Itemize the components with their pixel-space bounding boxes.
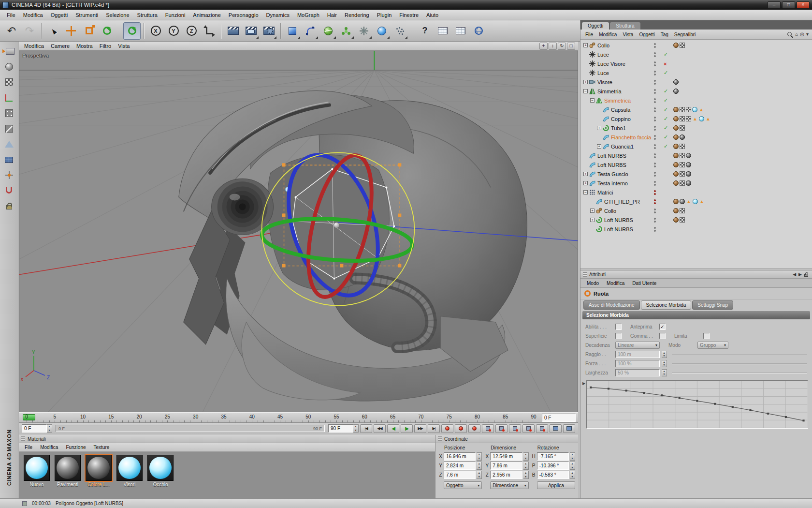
recent-tool-rotate-button[interactable] (123, 22, 141, 40)
knot-tag-icon[interactable] (673, 116, 679, 121)
tree-item-simmetrica[interactable]: −Simmetrica✓ (580, 96, 812, 105)
snap-settings-button[interactable] (1, 183, 17, 198)
add-nurbs-button[interactable] (319, 22, 337, 40)
add-array-button[interactable] (337, 22, 355, 40)
tree-item-coppino[interactable]: Coppino✓▲▲ (580, 114, 812, 123)
enabled-toggle-icon[interactable]: ✓ (664, 134, 668, 140)
online-updater-button[interactable] (470, 22, 487, 40)
expander-icon[interactable]: + (590, 218, 594, 222)
menu-animazione[interactable]: Animazione (189, 11, 224, 19)
attr-tab-modifica[interactable]: Modifica (603, 280, 628, 287)
applica-button[interactable]: Applica (537, 481, 575, 489)
sphere-dark-tag-icon[interactable] (686, 153, 691, 158)
enabled-toggle-icon[interactable]: ✓ (664, 70, 668, 76)
knot-tag-icon[interactable] (673, 180, 679, 186)
expander-icon[interactable]: + (583, 80, 588, 84)
redo-button[interactable] (21, 22, 38, 40)
timeline-range-slider[interactable]: 0 F90 F (56, 425, 325, 432)
key-parameter-button[interactable] (522, 424, 535, 433)
checker-tag-icon[interactable] (680, 125, 685, 131)
tree-item-luce[interactable]: Luce✓ (580, 68, 812, 77)
sphere-dark-tag-icon[interactable] (680, 134, 685, 140)
enabled-toggle-icon[interactable]: ✓ (664, 51, 668, 58)
sphere-dark-tag-icon[interactable] (686, 171, 691, 177)
checker-tag-icon[interactable] (680, 43, 685, 48)
visibility-dots-icon[interactable] (654, 227, 656, 232)
viewport-menu-vista[interactable]: Vista (115, 42, 133, 50)
polygons-mode-button[interactable] (1, 137, 17, 151)
warn-tag-icon[interactable]: ▲ (692, 116, 698, 121)
larghezza-stepper[interactable]: ▲▼ (662, 369, 667, 376)
warn-tag-icon[interactable]: ▲ (699, 199, 705, 204)
lock-icon[interactable] (804, 274, 808, 277)
menu-personaggio[interactable]: Personaggio (225, 11, 262, 19)
checker-tag-icon[interactable] (680, 162, 685, 167)
viewport-menu-camere[interactable]: Camere (47, 42, 73, 50)
checker-tag-icon[interactable] (680, 208, 685, 213)
visibility-dots-icon[interactable] (654, 117, 656, 121)
add-primitive-button[interactable] (284, 22, 301, 40)
raggio-field[interactable]: 100 m (615, 351, 660, 358)
attr-tab-dati-utente[interactable]: Dati Utente (629, 280, 660, 287)
expander-icon[interactable]: − (590, 98, 594, 103)
undo-button[interactable] (3, 22, 20, 40)
material-occhio[interactable]: Occhio (146, 455, 174, 487)
prev-frame-button[interactable]: ◀◀ (374, 424, 386, 433)
material-nuovo[interactable]: Nuovo (23, 455, 51, 487)
visibility-dots-icon[interactable] (654, 61, 656, 66)
decadenza-dropdown[interactable]: Lineare▾ (615, 342, 660, 349)
materials-menu-funzione[interactable]: Funzione (62, 444, 89, 451)
visibility-dots-icon[interactable] (654, 89, 656, 94)
viewport-menu-modifica[interactable]: Modifica (21, 42, 47, 50)
menu-selezione[interactable]: Selezione (102, 11, 133, 19)
om-menu-modifica[interactable]: Modifica (596, 31, 620, 38)
knot-tag-icon[interactable] (673, 162, 679, 167)
sphere-cyan-tag-icon[interactable] (693, 199, 698, 204)
pan-view-icon[interactable]: + (539, 43, 548, 50)
axis-lock-button[interactable] (1, 199, 17, 213)
goto-end-button[interactable]: ▶| (428, 424, 440, 433)
make-editable-button[interactable] (1, 44, 17, 59)
menu-strumenti[interactable]: Strumenti (72, 11, 102, 19)
key-pla-button[interactable] (536, 424, 548, 433)
target-icon[interactable]: ◎ (800, 32, 804, 37)
expander-icon[interactable]: + (590, 209, 594, 213)
add-spline-button[interactable] (302, 22, 319, 40)
limita-checkbox[interactable] (703, 333, 710, 339)
menu-modifica[interactable]: Modifica (19, 11, 47, 19)
tree-item-loft-nurbs[interactable]: Loft NURBS (580, 151, 812, 160)
timeline-ruler[interactable]: 051015202530354045505560657075808590 0 F (19, 412, 578, 423)
keyframe-selection-button[interactable] (550, 424, 562, 433)
material-colore-l[interactable]: Colore L... (85, 455, 113, 487)
menu-struttura[interactable]: Struttura (133, 11, 161, 19)
menu-aiuto[interactable]: Aiuto (422, 11, 442, 19)
modo-dropdown[interactable]: Gruppo▾ (697, 342, 728, 349)
close-button[interactable]: × (797, 1, 810, 9)
tree-item-visore[interactable]: +Visore (580, 77, 812, 87)
visibility-dots-icon[interactable] (654, 98, 656, 103)
expander-icon[interactable]: + (583, 181, 588, 185)
knot-tag-icon[interactable] (673, 208, 679, 213)
om-menu-tag[interactable]: Tag (658, 31, 671, 38)
warn-tag-icon[interactable]: ▲ (698, 107, 704, 112)
edges-mode-button[interactable] (1, 121, 17, 136)
tree-item-tubo1[interactable]: +Tubo1✓ (580, 123, 812, 133)
material-thumbnail[interactable] (116, 455, 143, 481)
grip-icon[interactable] (21, 436, 25, 441)
section-tab-asse-di-modellazione[interactable]: Asse di Modellazione (583, 300, 640, 310)
menu-finestre[interactable]: Finestre (395, 11, 422, 19)
forza-field[interactable]: 100 % (615, 360, 660, 367)
visibility-dots-icon[interactable] (654, 209, 656, 213)
visibility-dots-icon[interactable] (654, 52, 656, 57)
checker-tag-icon[interactable] (680, 116, 685, 121)
visibility-dots-icon[interactable] (654, 199, 656, 204)
tree-item-testa-guscio[interactable]: +Testa Guscio (580, 169, 812, 179)
tab-oggetti[interactable]: Oggetti (582, 22, 609, 30)
render-picture-viewer-button[interactable] (242, 22, 260, 40)
menu-funzioni[interactable]: Funzioni (161, 11, 189, 19)
dimensione-x-field[interactable]: 12.549 m (490, 452, 522, 461)
visibility-dots-icon[interactable] (654, 172, 656, 177)
history-forward-icon[interactable]: ▶ (798, 272, 802, 277)
knot-tag-icon[interactable] (673, 134, 679, 140)
posizione-x-field[interactable]: 16.946 m (444, 452, 476, 461)
